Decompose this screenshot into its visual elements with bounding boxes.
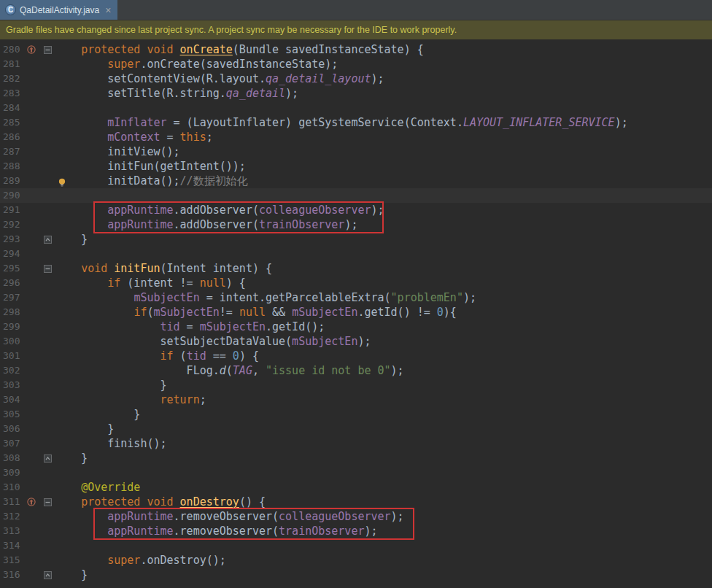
- overrides-method-icon[interactable]: [25, 45, 38, 55]
- fold-end-marker-icon[interactable]: [42, 570, 53, 579]
- code-editor: 280 protected void onCreate(Bundle saved…: [0, 39, 712, 588]
- line-number[interactable]: 310: [0, 480, 25, 495]
- code-line[interactable]: 281 super.onCreate(savedInstanceState);: [0, 57, 712, 71]
- code-token: [55, 306, 134, 319]
- line-number[interactable]: 316: [0, 568, 25, 582]
- code-token: ) {: [226, 276, 246, 290]
- fold-start-marker-icon[interactable]: [42, 498, 53, 506]
- line-number[interactable]: 301: [0, 349, 25, 363]
- code-text: initFun(getIntent());: [55, 159, 712, 174]
- tab-close-icon[interactable]: ×: [105, 5, 111, 15]
- line-number[interactable]: 300: [0, 334, 25, 349]
- code-line[interactable]: 293 }: [0, 232, 712, 247]
- line-number[interactable]: 280: [0, 42, 25, 57]
- gutter: 315: [0, 553, 55, 568]
- code-line[interactable]: 311 protected void onDestroy() {: [0, 495, 712, 509]
- code-line[interactable]: 307 finish();: [0, 436, 712, 451]
- code-line[interactable]: 314: [0, 538, 712, 553]
- code-line[interactable]: 287 initView();: [0, 144, 712, 159]
- line-number[interactable]: 309: [0, 465, 25, 480]
- line-number[interactable]: 288: [0, 159, 25, 174]
- line-number[interactable]: 290: [0, 188, 25, 203]
- line-number[interactable]: 303: [0, 378, 25, 392]
- code-line[interactable]: 292 appRuntime.addObserver(trainObserver…: [0, 217, 712, 232]
- line-number[interactable]: 283: [0, 86, 25, 101]
- line-number[interactable]: 304: [0, 392, 25, 407]
- line-number[interactable]: 306: [0, 422, 25, 436]
- fold-slot: [42, 439, 53, 448]
- line-number[interactable]: 282: [0, 71, 25, 86]
- code-line[interactable]: 297 mSubjectEn = intent.getParcelableExt…: [0, 290, 712, 305]
- line-number[interactable]: 285: [0, 115, 25, 130]
- code-line[interactable]: 306 }: [0, 422, 712, 436]
- code-line[interactable]: 289 initData();//数据初始化: [0, 174, 712, 188]
- line-number[interactable]: 312: [0, 509, 25, 524]
- line-number[interactable]: 294: [0, 247, 25, 261]
- fold-start-marker-icon[interactable]: [42, 264, 53, 273]
- code-line[interactable]: 309: [0, 465, 712, 480]
- code-line[interactable]: 282 setContentView(R.layout.qa_detail_la…: [0, 71, 712, 86]
- code-line[interactable]: 294: [0, 247, 712, 261]
- code-token: );: [371, 204, 384, 217]
- code-line[interactable]: 312 appRuntime.removeObserver(colleagueO…: [0, 509, 712, 524]
- code-token: ,: [252, 364, 266, 377]
- code-line[interactable]: 284: [0, 101, 712, 115]
- code-line[interactable]: 308 }: [0, 451, 712, 465]
- code-line[interactable]: 298 if(mSubjectEn!= null && mSubjectEn.g…: [0, 305, 712, 320]
- fold-end-marker-icon[interactable]: [42, 235, 53, 244]
- code-line[interactable]: 313 appRuntime.removeObserver(trainObser…: [0, 524, 712, 538]
- line-number[interactable]: 311: [0, 495, 25, 509]
- overrides-method-icon[interactable]: [25, 497, 38, 507]
- fold-end-marker-icon[interactable]: [42, 454, 53, 463]
- line-number[interactable]: 292: [0, 217, 25, 232]
- line-number[interactable]: 289: [0, 174, 25, 188]
- line-number[interactable]: 307: [0, 436, 25, 451]
- code-token: [55, 525, 107, 538]
- line-number[interactable]: 299: [0, 320, 25, 334]
- code-line[interactable]: 290: [0, 188, 712, 203]
- code-text: setTitle(R.string.qa_detail);: [55, 86, 712, 101]
- code-line[interactable]: 288 initFun(getIntent());: [0, 159, 712, 174]
- code-line[interactable]: 316 }: [0, 568, 712, 582]
- line-number[interactable]: 305: [0, 407, 25, 422]
- line-number[interactable]: 284: [0, 101, 25, 115]
- code-line[interactable]: 302 FLog.d(TAG, "issue id not be 0");: [0, 363, 712, 378]
- line-number[interactable]: 291: [0, 203, 25, 217]
- code-line[interactable]: 280 protected void onCreate(Bundle saved…: [0, 42, 712, 57]
- code-line[interactable]: 315 super.onDestroy();: [0, 553, 712, 568]
- line-number[interactable]: 315: [0, 553, 25, 568]
- line-number[interactable]: 298: [0, 305, 25, 320]
- code-line[interactable]: 296 if (intent != null) {: [0, 276, 712, 290]
- line-number[interactable]: 302: [0, 363, 25, 378]
- code-line[interactable]: 299 tid = mSubjectEn.getId();: [0, 320, 712, 334]
- code-line[interactable]: 286 mContext = this;: [0, 130, 712, 144]
- line-number[interactable]: 287: [0, 144, 25, 159]
- code-line[interactable]: 285 mInflater = (LayoutInflater) getSyst…: [0, 115, 712, 130]
- code-line[interactable]: 303 }: [0, 378, 712, 392]
- code-token: colleagueObserver: [279, 510, 391, 523]
- line-number[interactable]: 313: [0, 524, 25, 538]
- tab-qadetailactivity[interactable]: C QaDetailActivity.java ×: [0, 0, 117, 20]
- fold-start-marker-icon[interactable]: [42, 45, 53, 54]
- line-number[interactable]: 286: [0, 130, 25, 144]
- code-line[interactable]: 291 appRuntime.addObserver(colleagueObse…: [0, 203, 712, 217]
- intention-bulb-icon[interactable]: [58, 177, 66, 186]
- code-token: ;: [200, 393, 206, 406]
- gutter: 298: [0, 305, 55, 320]
- code-line[interactable]: 301 if (tid == 0) {: [0, 349, 712, 363]
- code-line[interactable]: 283 setTitle(R.string.qa_detail);: [0, 86, 712, 101]
- line-number[interactable]: 296: [0, 276, 25, 290]
- line-number[interactable]: 308: [0, 451, 25, 465]
- line-number[interactable]: 281: [0, 57, 25, 71]
- line-number[interactable]: 314: [0, 538, 25, 553]
- code-token: (: [174, 349, 187, 363]
- line-number[interactable]: 295: [0, 261, 25, 276]
- line-number[interactable]: 293: [0, 232, 25, 247]
- code-line[interactable]: 300 setSubjectDataValue(mSubjectEn);: [0, 334, 712, 349]
- line-number[interactable]: 297: [0, 290, 25, 305]
- code-line[interactable]: 310 @Override: [0, 480, 712, 495]
- code-line[interactable]: 304 return;: [0, 392, 712, 407]
- code-line[interactable]: 295 void initFun(Intent intent) {: [0, 261, 712, 276]
- code-line[interactable]: 305 }: [0, 407, 712, 422]
- fold-slot: [42, 60, 53, 69]
